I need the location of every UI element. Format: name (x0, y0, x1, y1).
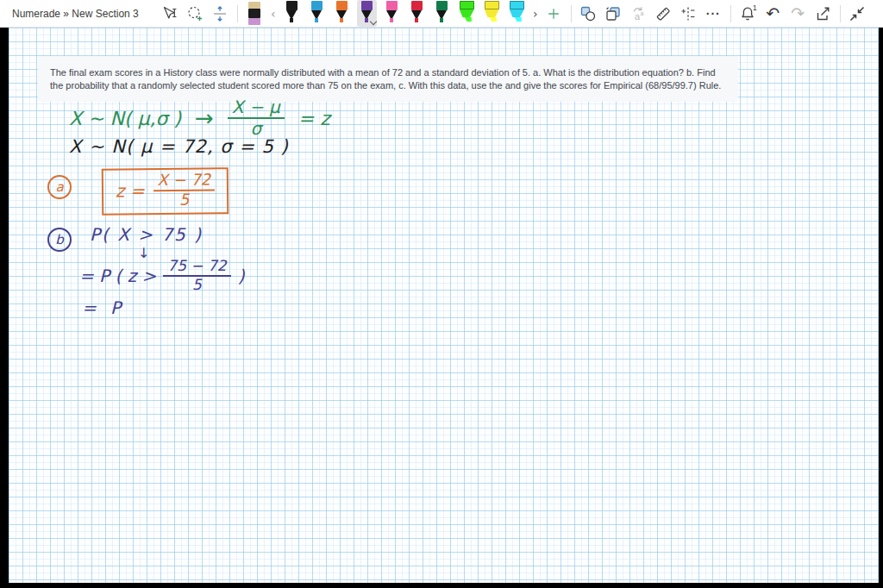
undo-icon: ↶ (766, 5, 780, 22)
highlighter-yellow[interactable] (482, 0, 502, 27)
part-b-line3: = P (82, 297, 125, 318)
toolbar: Numerade » New Section 3 ‹ › (0, 0, 883, 28)
toolbar-divider (237, 5, 238, 22)
right-arrow-glyph: → (195, 105, 214, 131)
ruler-icon (654, 5, 672, 22)
part-b-eq-pre: = P ( z > (79, 266, 156, 286)
plus-icon (546, 6, 561, 22)
eraser-icon (248, 2, 260, 25)
pen-red[interactable] (407, 0, 427, 27)
notifications-button[interactable]: 1 (737, 3, 759, 25)
part-b-frac-den: 5 (192, 277, 202, 293)
pen-green[interactable] (432, 0, 452, 27)
drawing-canvas[interactable]: The final exam scores in a History class… (9, 28, 879, 583)
eraser-tool[interactable] (244, 3, 266, 25)
ink-derivation-rhs: = z (298, 108, 330, 129)
pen-purple[interactable] (357, 0, 377, 27)
ink-derivation[interactable]: X ∼ N( μ,σ ) → X − μ σ = z (69, 98, 330, 138)
undo-button[interactable]: ↶ (762, 3, 784, 25)
part-a-circle: a (47, 175, 72, 199)
part-b-circle: b (47, 228, 72, 252)
redo-button[interactable]: ↷ (787, 3, 809, 25)
ink-given-text: X ∼ N( μ = 72, σ = 5 ) (69, 136, 289, 157)
text-select-tool[interactable] (160, 3, 181, 25)
pen-list (279, 0, 529, 28)
highlighter-cyan[interactable] (507, 0, 527, 27)
more-options-button[interactable]: ··· (703, 3, 724, 25)
add-pen-button[interactable] (543, 3, 565, 25)
part-a-answer-box: z = X − 72 5 (102, 167, 229, 215)
toolbar-divider (840, 5, 841, 22)
insert-space-tool[interactable] (210, 3, 231, 25)
reorder-objects-tool[interactable] (603, 3, 624, 25)
ink-derivation-frac-num: X − μ (228, 98, 285, 119)
part-a-frac-num: X − 72 (153, 172, 215, 191)
pen-pink[interactable] (382, 0, 402, 27)
part-b-eq-post: ) (238, 266, 245, 286)
more-options-icon: ··· (706, 7, 721, 21)
part-b-frac-num: 75 − 72 (163, 259, 230, 277)
pen-scroll-left-icon[interactable]: ‹ (267, 7, 279, 21)
collapse-button[interactable] (847, 3, 868, 25)
part-a-frac-den: 5 (179, 191, 190, 209)
pen-orange[interactable] (332, 0, 352, 27)
pen-black[interactable] (282, 0, 302, 27)
ink-derivation-lhs: X ∼ N( μ,σ ) (69, 108, 181, 129)
text-select-icon (161, 5, 178, 22)
share-icon (814, 5, 831, 22)
part-b-line1: P( X > 75 ) (90, 224, 203, 245)
lasso-select-icon (186, 5, 204, 22)
ruler-tool[interactable] (653, 3, 674, 25)
pen-scroll-right-icon[interactable]: › (529, 7, 542, 21)
svg-text:a: a (641, 10, 644, 16)
highlighter-green[interactable] (457, 0, 477, 27)
reorder-objects-icon (604, 5, 622, 22)
shapes-icon (579, 5, 597, 22)
page-title: Numerade » New Section 3 (12, 8, 139, 20)
spacing-adjust-icon (679, 5, 697, 22)
collapse-icon (849, 5, 866, 22)
share-button[interactable] (812, 3, 834, 25)
redo-icon: ↷ (791, 5, 805, 22)
ink-given[interactable]: X ∼ N( μ = 72, σ = 5 ) (69, 136, 289, 157)
notification-badge: 1 (753, 3, 757, 12)
lasso-select-tool[interactable] (185, 3, 206, 25)
problem-text-block[interactable]: The final exam scores in a History class… (38, 56, 738, 102)
spacing-adjust-tool[interactable] (678, 3, 699, 25)
toolbar-divider (571, 5, 572, 22)
part-b-line2: = P ( z > 75 − 72 5 ) (79, 259, 244, 293)
insert-space-icon (211, 5, 229, 22)
shapes-tool[interactable] (578, 3, 599, 25)
ink-to-text-icon: a a (629, 5, 647, 22)
toolbar-divider (730, 5, 731, 22)
part-a-eq-lhs: z = (116, 180, 145, 201)
ink-derivation-frac-den: σ (250, 119, 261, 138)
pen-blue[interactable] (307, 0, 327, 27)
ink-to-text-tool[interactable]: a a (628, 3, 649, 25)
